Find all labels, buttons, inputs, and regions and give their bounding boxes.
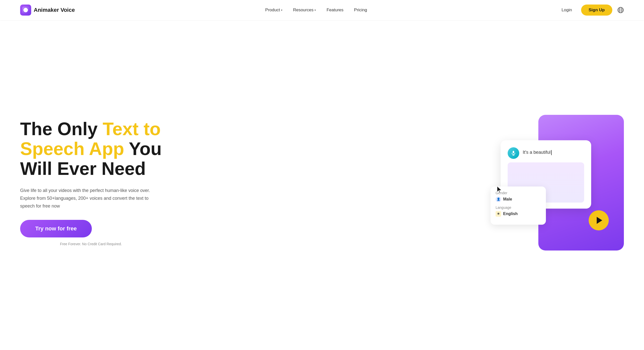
hero-left: The Only Text to Speech App You Will Eve… [20, 119, 162, 246]
svg-point-1 [24, 9, 27, 12]
navbar: Animaker Voice Product ▾ Resources ▾ Fea… [0, 0, 644, 20]
nav-product[interactable]: Product ▾ [265, 8, 283, 13]
gender-value: 👤 Male [496, 196, 541, 202]
gender-language-panel: Gender 👤 Male Language ✳ English [491, 186, 546, 225]
nav-resources[interactable]: Resources ▾ [293, 8, 316, 13]
text-cursor [551, 150, 552, 155]
free-note: Free Forever. No Credit Card Required. [20, 242, 162, 246]
tts-input-area: It's a beautiful [508, 147, 584, 159]
play-button[interactable] [589, 210, 609, 230]
svg-point-2 [25, 9, 26, 11]
logo-label: Animaker Voice [34, 7, 75, 13]
heading-text-gold-1: Text to [103, 119, 161, 139]
logo[interactable]: Animaker Voice [20, 5, 75, 16]
nav-actions: Login Sign Up [557, 5, 624, 16]
hero-right: It's a beautiful Gender 👤 Male Language … [162, 110, 624, 256]
gender-row: Gender 👤 Male [496, 191, 541, 202]
tts-display-text: It's a beautiful [523, 147, 552, 156]
nav-features[interactable]: Features [327, 8, 343, 13]
login-button[interactable]: Login [557, 6, 576, 15]
hero-section: The Only Text to Speech App You Will Eve… [0, 20, 644, 350]
nav-pricing[interactable]: Pricing [354, 8, 367, 13]
globe-button[interactable] [617, 7, 624, 13]
play-icon [597, 217, 602, 224]
chevron-down-icon: ▾ [281, 9, 283, 12]
language-value: ✳ English [496, 211, 541, 217]
hero-subtitle: Give life to all your videos with the pe… [20, 187, 151, 210]
mic-button[interactable] [508, 147, 519, 159]
mic-icon [511, 151, 516, 156]
language-icon: ✳ [496, 211, 501, 217]
svg-rect-8 [513, 151, 514, 153]
try-button[interactable]: Try now for free [20, 220, 92, 237]
language-label: Language [496, 206, 541, 210]
language-row: Language ✳ English [496, 206, 541, 217]
heading-text-3: Will Ever Need [20, 159, 146, 179]
chevron-down-icon: ▾ [314, 9, 316, 12]
cta-area: Try now for free Free Forever. No Credit… [20, 220, 162, 246]
signup-button[interactable]: Sign Up [581, 5, 612, 16]
person-icon: 👤 [496, 196, 501, 202]
heading-text-2: You [124, 139, 162, 159]
globe-icon [617, 7, 624, 13]
hero-heading: The Only Text to Speech App You Will Eve… [20, 119, 162, 179]
svg-rect-0 [22, 7, 29, 14]
logo-icon [20, 5, 31, 16]
heading-text-1: The Only [20, 119, 103, 139]
heading-text-gold-2: Speech App [20, 139, 124, 159]
gender-label: Gender [496, 191, 541, 195]
nav-links: Product ▾ Resources ▾ Features Pricing [265, 8, 367, 13]
